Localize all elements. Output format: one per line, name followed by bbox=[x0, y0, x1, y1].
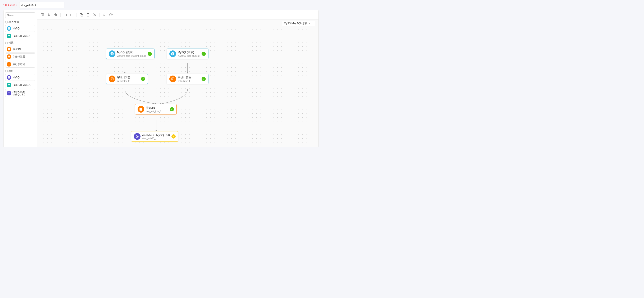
main-area: 输入/维表 MySQL PolarDB MySQL bbox=[3, 10, 319, 147]
status-badge-mysql-stream: ✓ bbox=[148, 52, 152, 56]
node-icon-mysql-stream bbox=[109, 51, 116, 57]
section-label-input: 输入/维表 bbox=[8, 20, 19, 24]
zoom-out-button[interactable] bbox=[53, 12, 59, 18]
svg-rect-14 bbox=[88, 14, 88, 14]
copy-button[interactable] bbox=[78, 12, 84, 18]
sidebar-item-mysql-stream[interactable]: MySQL bbox=[5, 25, 35, 32]
section-label-output: 输出 bbox=[8, 69, 14, 73]
node-mysql-stream[interactable]: MySQL(流表) wangya_test_student_grade ✓ bbox=[106, 49, 154, 59]
delete-button[interactable] bbox=[101, 12, 107, 18]
separator-2 bbox=[76, 13, 77, 17]
node-title-mysql-dim: MySQL(维表) bbox=[178, 51, 200, 54]
node-icon-analyticdb bbox=[134, 133, 140, 140]
section-header-output[interactable]: 输出 bbox=[5, 69, 35, 73]
node-content-analyticdb: AnalyticDB MySQL 3.0 dest_adb30_1 bbox=[142, 134, 170, 140]
polardb-icon bbox=[7, 34, 11, 38]
calc-icon bbox=[7, 54, 11, 59]
sidebar-item-record-filter[interactable]: 表记录过滤 bbox=[5, 61, 35, 68]
join-icon bbox=[7, 47, 11, 52]
node-title-mysql-stream: MySQL(流表) bbox=[117, 51, 146, 54]
section-header-input[interactable]: 输入/维表 bbox=[5, 20, 35, 24]
sidebar-item-label-polardb-out: PolarDB MySQL bbox=[12, 84, 31, 86]
node-analyticdb[interactable]: AnalyticDB MySQL 3.0 dest_adb30_1 ! bbox=[131, 131, 178, 142]
cut-button[interactable] bbox=[92, 12, 98, 18]
mysql-out-icon bbox=[7, 75, 11, 80]
status-badge-calc2: ✓ bbox=[141, 77, 145, 81]
task-name-input[interactable] bbox=[19, 2, 64, 8]
canvas-area[interactable]: MySQL(流表) wangya_test_student_grade ✓ My… bbox=[37, 28, 318, 147]
sidebar-item-label-mysql-out: MySQL bbox=[12, 76, 21, 79]
sidebar-item-label-filter: 表记录过滤 bbox=[12, 63, 25, 66]
sidebar-item-analyticdb-out[interactable]: AnalyticDB MySQL 3.0 bbox=[5, 89, 35, 97]
node-title-calc1: 字段计算器 bbox=[178, 76, 200, 79]
node-content-join: 表JOIN join_left_join_1 bbox=[146, 106, 168, 113]
node-title-analyticdb: AnalyticDB MySQL 3.0 bbox=[142, 134, 170, 137]
paste-button[interactable] bbox=[85, 12, 91, 18]
filter-icon bbox=[7, 62, 11, 67]
sidebar-item-label-polardb: PolarDB MySQL bbox=[12, 35, 31, 38]
svg-point-1 bbox=[8, 93, 10, 94]
sidebar-item-table-join[interactable]: 表JOIN bbox=[5, 46, 35, 53]
sidebar-item-polardb[interactable]: PolarDB MySQL bbox=[5, 33, 35, 39]
node-calc1[interactable]: 字段计算器 calculator_1 ✓ bbox=[167, 74, 208, 84]
status-badge-mysql-dim: ✓ bbox=[202, 52, 206, 56]
node-title-join: 表JOIN bbox=[146, 106, 168, 110]
node-icon-mysql-dim bbox=[169, 51, 176, 57]
node-subtitle-mysql-stream: wangya_test_student_grade bbox=[117, 55, 146, 57]
node-content-mysql-stream: MySQL(流表) wangya_test_student_grade bbox=[117, 51, 146, 57]
node-mysql-dim[interactable]: MySQL(维表) wangya_test_student ✓ bbox=[167, 49, 208, 59]
search-input[interactable] bbox=[5, 12, 35, 18]
status-badge-join: ✓ bbox=[170, 107, 174, 111]
svg-point-15 bbox=[94, 16, 94, 16]
flow-arrows bbox=[37, 28, 318, 147]
node-icon-calc1 bbox=[169, 76, 176, 82]
sidebar-item-mysql-out[interactable]: MySQL bbox=[5, 74, 35, 81]
chevron-down-icon: ▼ bbox=[308, 22, 310, 25]
svg-point-31 bbox=[137, 136, 138, 137]
node-title-calc2: 字段计算器 bbox=[117, 76, 139, 79]
task-name-label: * 任务名称： bbox=[3, 3, 18, 7]
undo-button[interactable] bbox=[62, 12, 68, 18]
collapse-input-icon bbox=[5, 21, 8, 24]
node-content-calc2: 字段计算器 calculator_2 bbox=[117, 76, 139, 82]
status-badge-calc1: ✓ bbox=[202, 77, 206, 81]
analyticdb-out-icon bbox=[7, 91, 11, 95]
svg-rect-13 bbox=[81, 15, 83, 16]
status-badge-analyticdb: ! bbox=[172, 134, 176, 139]
node-subtitle-join: join_left_join_1 bbox=[146, 110, 168, 113]
instance-select[interactable]: MySQL-MySQL-示例 ▼ bbox=[282, 21, 315, 26]
sidebar: 输入/维表 MySQL PolarDB MySQL bbox=[4, 10, 37, 147]
svg-point-16 bbox=[94, 14, 94, 14]
sidebar-item-field-calc[interactable]: 字段计算器 bbox=[5, 53, 35, 60]
node-subtitle-mysql-dim: wangya_test_student bbox=[178, 55, 200, 57]
instance-select-value: MySQL-MySQL-示例 bbox=[284, 22, 307, 25]
node-content-mysql-dim: MySQL(维表) wangya_test_student bbox=[178, 51, 200, 57]
svg-line-9 bbox=[50, 15, 50, 16]
node-subtitle-calc1: calculator_1 bbox=[178, 80, 200, 82]
separator-1 bbox=[60, 13, 61, 17]
zoom-in-button[interactable] bbox=[46, 12, 52, 18]
sidebar-item-polardb-out[interactable]: PolarDB MySQL bbox=[5, 82, 35, 88]
svg-line-12 bbox=[56, 15, 57, 16]
refresh-button[interactable] bbox=[108, 12, 114, 18]
node-content-calc1: 字段计算器 calculator_1 bbox=[178, 76, 200, 82]
toolbar bbox=[37, 10, 318, 20]
separator-3 bbox=[99, 13, 100, 17]
node-icon-calc2 bbox=[109, 76, 116, 82]
section-header-transform[interactable]: 转换 bbox=[5, 41, 35, 45]
canvas-wrapper: MySQL-MySQL-示例 ▼ bbox=[37, 10, 318, 147]
sidebar-item-label-mysql-stream: MySQL bbox=[12, 27, 21, 30]
node-icon-join bbox=[138, 106, 144, 113]
sidebar-item-label-calc: 字段计算器 bbox=[12, 55, 25, 59]
node-join[interactable]: 表JOIN join_left_join_1 ✓ bbox=[135, 104, 177, 114]
mysql-stream-icon bbox=[7, 26, 11, 31]
sidebar-item-label-join: 表JOIN bbox=[12, 48, 21, 51]
canvas-top-bar: MySQL-MySQL-示例 ▼ bbox=[37, 20, 318, 28]
node-subtitle-analyticdb: dest_adb30_1 bbox=[142, 137, 170, 140]
node-calc2[interactable]: 字段计算器 calculator_2 ✓ bbox=[106, 74, 148, 84]
redo-button[interactable] bbox=[69, 12, 75, 18]
sidebar-item-label-analyticdb-out: AnalyticDB MySQL 3.0 bbox=[12, 90, 34, 96]
format-button[interactable] bbox=[40, 12, 45, 18]
section-label-transform: 转换 bbox=[8, 41, 14, 45]
node-subtitle-calc2: calculator_2 bbox=[117, 80, 139, 82]
